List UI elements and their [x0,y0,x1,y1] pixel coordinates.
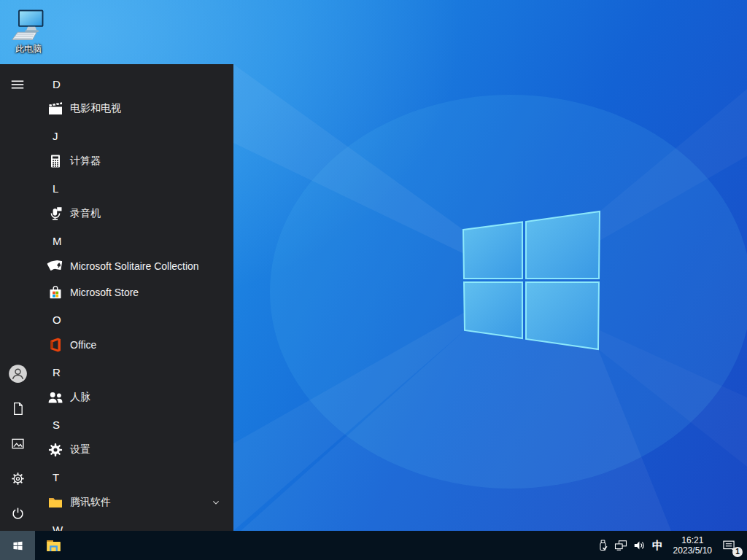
app-settings[interactable]: 设置 [35,437,233,463]
app-tencent-folder[interactable]: 腾讯软件 [35,489,233,516]
notification-badge: 1 [732,547,743,557]
section-letter-j[interactable]: J [53,127,58,146]
start-menu: D 电影和电视 J [0,64,233,531]
taskbar: 中 16:21 2023/5/10 1 [0,531,747,560]
store-icon [47,284,64,301]
pictures-button[interactable] [0,426,35,461]
app-label: 计算器 [70,155,101,168]
network-tray-button[interactable] [612,531,630,560]
folder-icon [47,494,64,511]
settings-rail-button[interactable] [0,461,35,496]
pictures-icon [10,436,26,451]
chevron-down-icon[interactable] [210,497,222,508]
documents-icon [10,401,26,416]
usb-safely-remove-icon [596,539,610,553]
this-pc-desktop-icon[interactable]: 此电脑 [6,7,51,55]
screen: 此电脑 [0,0,747,560]
app-microsoft-solitaire-collection[interactable]: Microsoft Solitaire Collection [35,253,233,279]
clock-date: 2023/5/10 [673,545,712,556]
settings-gear-icon [10,471,26,486]
calculator-icon [47,152,64,170]
section-letter-r[interactable]: R [53,363,61,382]
power-button[interactable] [0,496,35,531]
section-letter-t[interactable]: T [53,468,59,487]
app-movies-tv[interactable]: 电影和电视 [35,96,233,122]
system-tray: 中 16:21 2023/5/10 1 [594,531,747,560]
section-letter-o[interactable]: O [53,311,61,330]
this-pc-label: 此电脑 [6,43,51,55]
section-letter-l[interactable]: L [53,179,58,198]
hamburger-menu-icon [9,77,26,93]
taskbar-clock[interactable]: 16:21 2023/5/10 [667,535,718,556]
app-label: 录音机 [70,207,101,220]
user-avatar-icon [8,364,28,384]
app-calculator[interactable]: 计算器 [35,148,233,174]
app-people[interactable]: 人脉 [35,384,233,411]
app-voice-recorder[interactable]: 录音机 [35,201,233,227]
this-pc-icon [9,7,47,42]
app-label: Microsoft Solitaire Collection [70,260,199,272]
app-label: Office [70,339,96,351]
voice-recorder-icon [47,205,64,222]
solitaire-icon [47,257,64,275]
windows-logo-icon [12,540,24,552]
section-letter-w[interactable]: W [53,521,63,531]
volume-tray-button[interactable] [630,531,649,560]
app-microsoft-store[interactable]: Microsoft Store [35,279,233,306]
clock-time: 16:21 [673,535,712,545]
start-menu-rail [0,64,35,531]
office-icon [47,336,64,354]
power-icon [10,506,26,521]
usb-safely-remove-tray-button[interactable] [594,531,612,560]
documents-button[interactable] [0,391,35,426]
app-label: 电影和电视 [70,102,121,115]
network-icon [614,538,628,553]
movies-tv-icon [47,100,64,117]
user-account-button[interactable] [0,356,35,391]
app-label: 人脉 [70,391,90,404]
action-center-button[interactable]: 1 [718,531,740,560]
file-explorer-taskbar-button[interactable] [36,531,70,560]
people-icon [47,389,64,406]
start-button[interactable] [0,531,35,560]
ime-indicator[interactable]: 中 [649,539,667,553]
section-letter-m[interactable]: M [53,232,62,251]
section-letter-s[interactable]: S [53,416,60,435]
app-label: 设置 [70,443,90,456]
expand-menu-button[interactable] [0,67,35,102]
app-office[interactable]: Office [35,332,233,358]
app-label: 腾讯软件 [70,496,111,509]
file-explorer-icon [44,537,63,555]
section-letter-d[interactable]: D [53,75,61,94]
settings-app-icon [47,441,64,459]
start-menu-app-list: D 电影和电视 J [35,64,233,531]
app-label: Microsoft Store [70,287,139,298]
volume-icon [632,538,646,553]
